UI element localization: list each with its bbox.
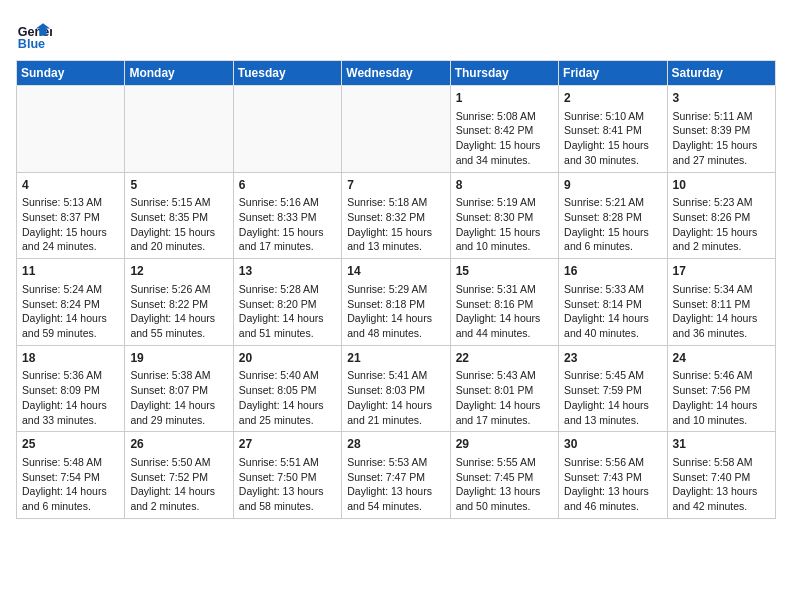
calendar-cell: 7Sunrise: 5:18 AMSunset: 8:32 PMDaylight… xyxy=(342,172,450,259)
calendar-cell: 23Sunrise: 5:45 AMSunset: 7:59 PMDayligh… xyxy=(559,345,667,432)
day-number: 9 xyxy=(564,177,661,194)
day-info-line: Sunset: 8:09 PM xyxy=(22,383,119,398)
day-info-line: Sunrise: 5:08 AM xyxy=(456,109,553,124)
day-info-line: and 13 minutes. xyxy=(347,239,444,254)
day-number: 12 xyxy=(130,263,227,280)
day-info-line: Daylight: 15 hours xyxy=(564,138,661,153)
day-info-line: and 58 minutes. xyxy=(239,499,336,514)
day-info-line: Daylight: 15 hours xyxy=(239,225,336,240)
day-info-line: and 6 minutes. xyxy=(22,499,119,514)
day-number: 1 xyxy=(456,90,553,107)
day-info-line: and 34 minutes. xyxy=(456,153,553,168)
day-info-line: Daylight: 15 hours xyxy=(673,138,770,153)
day-number: 5 xyxy=(130,177,227,194)
day-info-line: Sunrise: 5:23 AM xyxy=(673,195,770,210)
calendar-cell: 14Sunrise: 5:29 AMSunset: 8:18 PMDayligh… xyxy=(342,259,450,346)
day-info-line: Sunset: 8:03 PM xyxy=(347,383,444,398)
day-info-line: and 2 minutes. xyxy=(673,239,770,254)
day-info-line: Sunset: 7:43 PM xyxy=(564,470,661,485)
day-info-line: Sunset: 8:33 PM xyxy=(239,210,336,225)
calendar-cell xyxy=(233,86,341,173)
col-header-monday: Monday xyxy=(125,61,233,86)
day-number: 16 xyxy=(564,263,661,280)
calendar-cell: 13Sunrise: 5:28 AMSunset: 8:20 PMDayligh… xyxy=(233,259,341,346)
calendar-cell: 20Sunrise: 5:40 AMSunset: 8:05 PMDayligh… xyxy=(233,345,341,432)
day-info-line: Sunrise: 5:29 AM xyxy=(347,282,444,297)
col-header-wednesday: Wednesday xyxy=(342,61,450,86)
day-info-line: Sunrise: 5:10 AM xyxy=(564,109,661,124)
calendar-cell: 19Sunrise: 5:38 AMSunset: 8:07 PMDayligh… xyxy=(125,345,233,432)
day-info-line: Sunset: 7:59 PM xyxy=(564,383,661,398)
day-info-line: Daylight: 14 hours xyxy=(130,484,227,499)
day-info-line: and 20 minutes. xyxy=(130,239,227,254)
calendar-cell: 26Sunrise: 5:50 AMSunset: 7:52 PMDayligh… xyxy=(125,432,233,519)
day-info-line: Daylight: 14 hours xyxy=(564,311,661,326)
day-info-line: and 33 minutes. xyxy=(22,413,119,428)
calendar-cell: 12Sunrise: 5:26 AMSunset: 8:22 PMDayligh… xyxy=(125,259,233,346)
calendar-week-5: 25Sunrise: 5:48 AMSunset: 7:54 PMDayligh… xyxy=(17,432,776,519)
day-info-line: Sunrise: 5:40 AM xyxy=(239,368,336,383)
day-info-line: Sunrise: 5:19 AM xyxy=(456,195,553,210)
calendar-cell xyxy=(125,86,233,173)
col-header-sunday: Sunday xyxy=(17,61,125,86)
day-info-line: Daylight: 15 hours xyxy=(347,225,444,240)
day-info-line: Daylight: 14 hours xyxy=(22,484,119,499)
day-info-line: Sunrise: 5:45 AM xyxy=(564,368,661,383)
day-info-line: Sunset: 8:07 PM xyxy=(130,383,227,398)
day-info-line: Sunset: 8:22 PM xyxy=(130,297,227,312)
day-info-line: Sunrise: 5:34 AM xyxy=(673,282,770,297)
calendar-week-1: 1Sunrise: 5:08 AMSunset: 8:42 PMDaylight… xyxy=(17,86,776,173)
day-info-line: Sunrise: 5:31 AM xyxy=(456,282,553,297)
day-info-line: Daylight: 15 hours xyxy=(456,138,553,153)
day-info-line: Sunrise: 5:36 AM xyxy=(22,368,119,383)
day-info-line: Daylight: 14 hours xyxy=(456,398,553,413)
day-info-line: Sunrise: 5:50 AM xyxy=(130,455,227,470)
col-header-tuesday: Tuesday xyxy=(233,61,341,86)
day-number: 17 xyxy=(673,263,770,280)
day-info-line: Sunrise: 5:15 AM xyxy=(130,195,227,210)
day-number: 13 xyxy=(239,263,336,280)
day-info-line: Sunrise: 5:51 AM xyxy=(239,455,336,470)
day-info-line: Sunset: 8:11 PM xyxy=(673,297,770,312)
day-info-line: and 2 minutes. xyxy=(130,499,227,514)
day-info-line: Sunset: 8:24 PM xyxy=(22,297,119,312)
day-info-line: and 55 minutes. xyxy=(130,326,227,341)
day-info-line: Sunset: 8:37 PM xyxy=(22,210,119,225)
day-info-line: and 54 minutes. xyxy=(347,499,444,514)
day-info-line: Sunrise: 5:43 AM xyxy=(456,368,553,383)
calendar-week-4: 18Sunrise: 5:36 AMSunset: 8:09 PMDayligh… xyxy=(17,345,776,432)
day-info-line: and 48 minutes. xyxy=(347,326,444,341)
day-info-line: Sunset: 7:47 PM xyxy=(347,470,444,485)
day-info-line: Daylight: 14 hours xyxy=(673,311,770,326)
calendar-cell: 6Sunrise: 5:16 AMSunset: 8:33 PMDaylight… xyxy=(233,172,341,259)
calendar-table: SundayMondayTuesdayWednesdayThursdayFrid… xyxy=(16,60,776,519)
day-number: 31 xyxy=(673,436,770,453)
day-number: 3 xyxy=(673,90,770,107)
day-info-line: Daylight: 14 hours xyxy=(347,398,444,413)
day-info-line: Sunset: 8:05 PM xyxy=(239,383,336,398)
col-header-friday: Friday xyxy=(559,61,667,86)
day-info-line: Sunset: 8:20 PM xyxy=(239,297,336,312)
day-info-line: and 10 minutes. xyxy=(673,413,770,428)
day-info-line: Sunrise: 5:41 AM xyxy=(347,368,444,383)
calendar-cell: 1Sunrise: 5:08 AMSunset: 8:42 PMDaylight… xyxy=(450,86,558,173)
calendar-cell: 10Sunrise: 5:23 AMSunset: 8:26 PMDayligh… xyxy=(667,172,775,259)
day-info-line: and 50 minutes. xyxy=(456,499,553,514)
day-number: 14 xyxy=(347,263,444,280)
day-info-line: Sunset: 8:32 PM xyxy=(347,210,444,225)
day-info-line: and 6 minutes. xyxy=(564,239,661,254)
day-number: 2 xyxy=(564,90,661,107)
day-info-line: Sunset: 8:18 PM xyxy=(347,297,444,312)
day-number: 28 xyxy=(347,436,444,453)
day-number: 22 xyxy=(456,350,553,367)
day-info-line: Sunrise: 5:56 AM xyxy=(564,455,661,470)
day-info-line: Sunset: 8:41 PM xyxy=(564,123,661,138)
calendar-cell: 25Sunrise: 5:48 AMSunset: 7:54 PMDayligh… xyxy=(17,432,125,519)
day-info-line: Sunset: 7:54 PM xyxy=(22,470,119,485)
day-number: 21 xyxy=(347,350,444,367)
day-info-line: and 17 minutes. xyxy=(456,413,553,428)
day-info-line: Sunset: 7:50 PM xyxy=(239,470,336,485)
day-info-line: Sunrise: 5:11 AM xyxy=(673,109,770,124)
calendar-cell: 16Sunrise: 5:33 AMSunset: 8:14 PMDayligh… xyxy=(559,259,667,346)
day-info-line: and 13 minutes. xyxy=(564,413,661,428)
